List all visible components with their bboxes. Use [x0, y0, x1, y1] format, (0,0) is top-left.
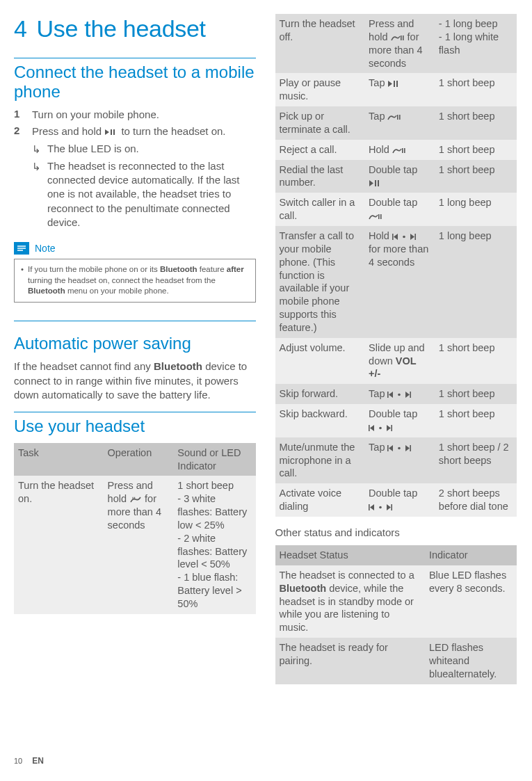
- note-icon: [14, 242, 29, 255]
- cell-ind: 1 short beep: [435, 106, 517, 140]
- section-rule: [14, 58, 256, 58]
- play-icon: [369, 179, 381, 187]
- note-bullet: •: [21, 264, 24, 297]
- step-2-body: Press and hold to turn the headset on. ↳…: [32, 124, 256, 232]
- skip-icon: [369, 504, 392, 511]
- svg-rect-3: [396, 81, 398, 87]
- step-2: 2 Press and hold to turn the headset on.…: [14, 124, 256, 232]
- cell-ind: 1 short beep - 3 white flashes: Battery …: [173, 476, 255, 613]
- svg-rect-2: [394, 81, 395, 87]
- cell-ind: 1 short beep: [435, 404, 517, 437]
- table-row: Skip backward.Double tap 1 short beep: [275, 404, 517, 437]
- cell-status: The headset is ready for pairing.: [275, 638, 425, 684]
- step-2-number: 2: [14, 124, 32, 232]
- step-2-sublist: ↳ The blue LED is on. ↳ The headset is r…: [32, 142, 256, 230]
- left-column: 4Use the headset Connect the headset to …: [14, 14, 266, 781]
- call-icon: [392, 147, 406, 154]
- skip-icon: [369, 424, 392, 432]
- svg-rect-18: [369, 425, 370, 431]
- svg-rect-8: [375, 180, 376, 186]
- sub-1: ↳ The blue LED is on.: [32, 142, 256, 156]
- table-row: Skip forward.Tap 1 short beep: [275, 384, 517, 404]
- cell-ind: - 1 long beep - 1 long white flash: [435, 14, 517, 73]
- cell-op: Tap: [364, 437, 435, 484]
- step-2-lead: Press and hold: [32, 125, 104, 137]
- svg-point-25: [379, 506, 382, 509]
- language-code: EN: [32, 756, 44, 766]
- table-row: The headset is connected to a Bluetooth …: [275, 565, 517, 638]
- other-status-heading: Other status and indicators: [275, 526, 517, 538]
- right-column: Turn the headset off.Press and hold for …: [266, 14, 517, 781]
- section-connect-heading: Connect the headset to a mobile phone: [14, 63, 256, 101]
- svg-rect-5: [399, 115, 401, 120]
- table-header-row: Task Operation Sound or LED Indicator: [14, 443, 256, 476]
- note-box: Note • If you turn the mobile phone on o…: [14, 242, 256, 303]
- svg-rect-23: [410, 445, 412, 451]
- section-rule: [14, 321, 256, 321]
- arrow-icon: ↳: [32, 159, 47, 230]
- call-icon: [391, 34, 405, 42]
- table-header-row: Headset Status Indicator: [275, 545, 517, 565]
- table-row: Reject a call.Hold 1 short beep: [275, 140, 517, 160]
- svg-point-22: [398, 446, 401, 449]
- cell-ind: 1 long beep: [435, 226, 517, 338]
- use-table-left: Task Operation Sound or LED Indicator Tu…: [14, 443, 256, 614]
- call-icon: [369, 213, 382, 220]
- svg-rect-15: [387, 392, 389, 398]
- cell-op: Tap: [364, 106, 435, 140]
- cell-ind: Blue LED flashes every 8 seconds.: [425, 565, 517, 638]
- page-number: 10: [14, 757, 22, 765]
- cell-ind: 1 short beep: [435, 338, 517, 385]
- chapter-title-text: Use the headset: [37, 15, 206, 42]
- svg-rect-0: [401, 35, 402, 40]
- cell-task: Skip forward.: [275, 384, 365, 404]
- cell-task: Play or pause music.: [275, 73, 365, 106]
- table-row: Turn the headset on. Press and hold for …: [14, 476, 256, 613]
- th-operation: Operation: [104, 443, 174, 476]
- svg-rect-24: [369, 504, 370, 510]
- cell-task: Turn the headset on.: [14, 476, 104, 613]
- cell-task: Redial the last number.: [275, 160, 365, 193]
- note-label: Note: [35, 243, 56, 254]
- svg-point-16: [398, 394, 401, 396]
- use-table-right: Turn the headset off.Press and hold for …: [275, 14, 517, 517]
- cell-task: Adjust volume.: [275, 338, 365, 385]
- note-text: If you turn the mobile phone on or its B…: [28, 264, 248, 297]
- play-icon: [387, 80, 400, 88]
- step-2-trail: to turn the headset on.: [118, 125, 225, 137]
- skip-icon: [387, 444, 411, 452]
- table-row: Turn the headset off.Press and hold for …: [275, 14, 517, 73]
- cell-status: The headset is connected to a Bluetooth …: [275, 565, 425, 638]
- play-pause-icon: [104, 128, 118, 136]
- call-icon: [129, 496, 142, 504]
- table-row: Transfer a call to your mobile phone. (T…: [275, 226, 517, 338]
- svg-rect-21: [387, 445, 389, 451]
- svg-point-19: [379, 427, 382, 430]
- cell-ind: 1 short beep: [435, 384, 517, 404]
- cell-ind: LED flashes whiteand bluealternately.: [425, 638, 517, 684]
- table-row: Redial the last number.Double tap 1 shor…: [275, 160, 517, 193]
- cell-task: Activate voice dialing: [275, 483, 365, 517]
- sub-1-text: The blue LED is on.: [47, 142, 139, 156]
- cell-ind: 1 short beep: [435, 140, 517, 160]
- cell-ind: 1 long beep: [435, 193, 517, 226]
- table-row: The headset is ready for pairing. LED fl…: [275, 638, 517, 684]
- svg-rect-10: [378, 214, 380, 219]
- step-1-text: Turn on your mobile phone.: [32, 108, 159, 122]
- skip-icon: [387, 391, 411, 398]
- cell-op: Hold for more than 4 seconds: [364, 226, 435, 338]
- cell-op: Press and hold for more than 4 seconds: [364, 14, 435, 73]
- cell-op: Tap: [364, 384, 435, 404]
- svg-rect-14: [414, 234, 416, 240]
- section-use-heading: Use your headset: [14, 417, 256, 436]
- cell-task: Turn the headset off.: [275, 14, 365, 73]
- svg-rect-4: [397, 115, 398, 120]
- cell-op: Double tap: [364, 404, 435, 437]
- cell-ind: 1 short beep: [435, 160, 517, 193]
- cell-task: Switch caller in a call.: [275, 193, 365, 226]
- svg-rect-20: [391, 425, 392, 431]
- cell-ind: 1 short beep / 2 short beeps: [435, 437, 517, 484]
- svg-rect-26: [391, 504, 392, 510]
- chapter-number: 4: [14, 15, 27, 42]
- sub-2-text: The headset is reconnected to the last c…: [47, 159, 256, 230]
